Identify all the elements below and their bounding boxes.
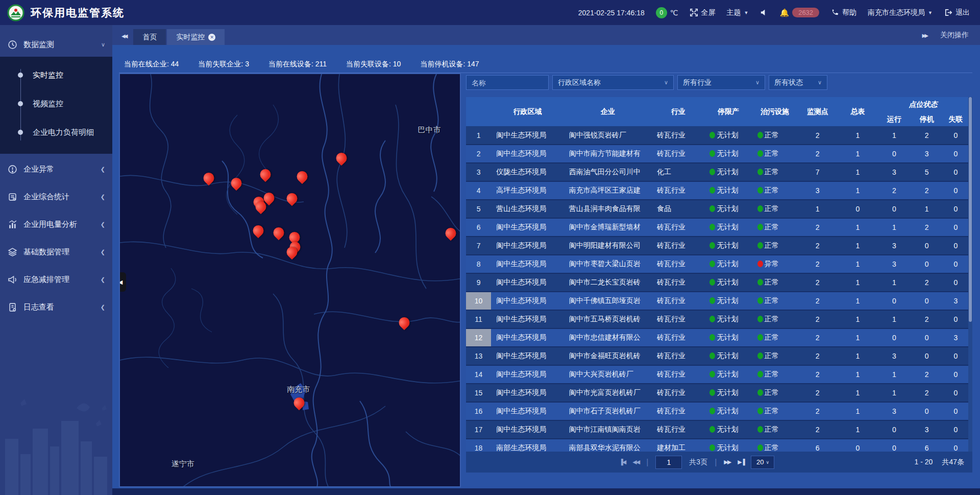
table-row-9[interactable]: 9阆中生态环境局阆中市二龙长宝页岩砖砖瓦行业无计划正常21120 — [466, 273, 968, 292]
status-dot-icon — [757, 316, 763, 322]
megaphone-icon — [7, 274, 17, 285]
divider: | — [646, 458, 648, 467]
stats-icon — [7, 192, 17, 202]
table-row-12[interactable]: 12阆中生态环境局阆中市忠信建材有限公砖瓦行业无计划正常21003 — [466, 328, 968, 347]
table-row-13[interactable]: 13阆中生态环境局阆中市金福旺页岩机砖砖瓦行业无计划正常21300 — [466, 347, 968, 365]
table-row-17[interactable]: 17阆中生态环境局阆中市江南镇阆南页岩砖瓦行业无计划正常21030 — [466, 420, 968, 439]
timeline-dot-icon — [18, 101, 23, 106]
stat-当前失联设备: 当前失联设备: 10 — [346, 60, 401, 69]
col-行政区域: 行政区域 — [491, 97, 564, 126]
region-filter-select[interactable]: 行政区域名称∨ — [552, 75, 674, 90]
status-dot-icon — [757, 187, 763, 194]
status-dot-icon — [709, 444, 715, 451]
status-dot-icon — [709, 408, 715, 414]
table-row-15[interactable]: 15阆中生态环境局阆中市光富页岩机砖厂砖瓦行业无计划正常21120 — [466, 384, 968, 402]
first-page-button[interactable]: ▐◀ — [619, 459, 625, 465]
table-row-7[interactable]: 7阆中生态环境局阆中明阳建材有限公司砖瓦行业无计划正常21300 — [466, 237, 968, 255]
chevron-left-icon: ❮ — [101, 194, 105, 200]
org-dropdown[interactable]: 南充市生态环境局▼ — [868, 8, 933, 17]
sidebar-item-日志查看[interactable]: 日志查看❮ — [0, 295, 112, 319]
tab-close-icon[interactable]: ✕ — [208, 34, 215, 41]
status-dot-icon — [757, 261, 763, 267]
logout-button[interactable]: 退出 — [944, 8, 970, 17]
sidebar-item-企业综合统计[interactable]: 企业综合统计❮ — [0, 184, 112, 209]
notifications[interactable]: 🔔 2632 — [779, 8, 819, 17]
name-search-input[interactable] — [466, 75, 549, 90]
status-dot-icon — [709, 426, 715, 433]
theme-dropdown[interactable]: 主题▼ — [727, 8, 749, 17]
col-停限产: 停限产 — [704, 97, 752, 126]
tabs-scroll-left-button[interactable]: ◀◀ — [112, 33, 133, 45]
table-row-14[interactable]: 14阆中生态环境局阆中大兴页岩机砖厂砖瓦行业无计划正常21120 — [466, 365, 968, 384]
sidebar-subitem-实时监控[interactable]: 实时监控 — [0, 61, 112, 89]
pagination-summary: 1 - 20 共47条 — [915, 458, 972, 467]
clock-icon — [7, 39, 17, 50]
sidebar-item-基础数据管理[interactable]: 基础数据管理❮ — [0, 240, 112, 264]
stat-当前失联企业: 当前失联企业: 3 — [198, 60, 249, 69]
chevron-down-icon: ▼ — [744, 10, 749, 15]
next-page-button[interactable]: ▶▶ — [724, 459, 730, 465]
industry-filter-select[interactable]: 所有行业∨ — [677, 75, 765, 90]
prev-page-button[interactable]: ◀◀ — [632, 459, 639, 465]
bell-icon: 🔔 — [779, 8, 789, 17]
map-roads-layer — [120, 74, 461, 487]
table-row-11[interactable]: 11阆中生态环境局阆中市五马桥页岩机砖砖瓦行业无计划正常21120 — [466, 310, 968, 328]
phone-icon — [830, 8, 839, 17]
layers-icon — [7, 247, 17, 257]
status-filter-select[interactable]: 所有状态∨ — [769, 75, 827, 90]
chevron-down-icon: ▼ — [928, 10, 933, 15]
status-dot-icon — [757, 297, 763, 304]
table-row-3[interactable]: 3仪陇生态环境局西南油气田分公司川中化工无计划正常71350 — [466, 163, 968, 181]
sidebar-subitem-视频监控[interactable]: 视频监控 — [0, 89, 112, 118]
sidebar-item-企业异常[interactable]: 企业异常❮ — [0, 157, 112, 181]
table-row-18[interactable]: 18南部生态环境局南部县双华水泥有限公建材加工无计划正常60060 — [466, 439, 968, 452]
col-运行: 运行 — [878, 112, 911, 126]
tab-实时监控[interactable]: 实时监控✕ — [167, 29, 225, 45]
map-panel[interactable]: 巴中市南充市遂宁市 ◀ — [119, 73, 461, 487]
log-icon — [7, 302, 17, 312]
table-row-1[interactable]: 1阆中生态环境局阆中强锐页岩砖厂砖瓦行业无计划正常21120 — [466, 126, 968, 145]
datetime-text: 2021-02-25 17:46:18 — [578, 9, 645, 17]
help-button[interactable]: 帮助 — [830, 8, 856, 17]
sound-button[interactable] — [760, 8, 768, 17]
status-dot-icon — [709, 279, 715, 286]
tabs-scroll-right-button[interactable]: ▶▶ — [922, 33, 927, 38]
tab-首页[interactable]: 首页 — [133, 29, 166, 45]
temperature-indicator: 0 ℃ — [656, 7, 678, 18]
app-logo-icon — [7, 4, 24, 21]
close-operations-button[interactable]: 关闭操作 — [940, 31, 969, 40]
col-停机: 停机 — [911, 112, 943, 126]
status-dot-icon — [757, 408, 763, 414]
timeline-dot-icon — [18, 73, 23, 78]
page-number-input[interactable] — [655, 456, 682, 469]
status-dot-icon — [757, 352, 763, 359]
status-dot-icon — [757, 444, 763, 451]
stats-bar: 当前在线企业: 44当前失联企业: 3当前在线设备: 211当前失联设备: 10… — [119, 56, 972, 73]
sidebar-item-应急减排管理[interactable]: 应急减排管理❮ — [0, 267, 112, 292]
page-size-select[interactable]: 20∨ — [751, 456, 774, 469]
sidebar-subitem-企业电力负荷明细[interactable]: 企业电力负荷明细 — [0, 118, 112, 147]
sidebar-item-数据监测[interactable]: 数据监测∨ — [0, 32, 112, 57]
status-dot-icon — [709, 205, 715, 212]
map-collapse-button[interactable]: ◀ — [119, 272, 126, 292]
pagination-bar: ▐◀ ◀◀ | 共3页 | ▶▶ ▶▐ 20∨ 1 - 20 共47条 — [466, 452, 972, 473]
table-scrollbar[interactable] — [968, 97, 972, 452]
fullscreen-button[interactable]: 全屏 — [690, 8, 716, 17]
main-content: ◀◀ 首页实时监控✕ ▶▶ 关闭操作 当前在线企业: 44当前失联企业: 3当前… — [112, 25, 980, 495]
fullscreen-icon — [690, 8, 698, 17]
table-row-2[interactable]: 2阆中生态环境局阆中市南方节能建材有砖瓦行业无计划正常21030 — [466, 145, 968, 163]
chevron-down-icon: ∨ — [101, 41, 105, 48]
last-page-button[interactable]: ▶▐ — [738, 459, 744, 465]
chevron-down-icon: ∨ — [766, 460, 769, 465]
logout-icon — [944, 8, 952, 17]
table-row-4[interactable]: 4高坪生态环境局南充市高坪区王家店建砖瓦行业无计划正常31220 — [466, 181, 968, 200]
table-row-8[interactable]: 8阆中生态环境局阆中市枣碧大梁山页岩砖瓦行业无计划异常21300 — [466, 255, 968, 273]
chevron-left-icon: ❮ — [101, 304, 105, 311]
sidebar-item-企业用电量分析[interactable]: 企业用电量分析❮ — [0, 212, 112, 237]
table-row-6[interactable]: 6阆中生态环境局阆中市金博瑞新型墙材砖瓦行业无计划正常21120 — [466, 218, 968, 237]
table-row-10[interactable]: 10阆中生态环境局阆中千佛镇五郎垭页岩砖瓦行业无计划正常21003 — [466, 292, 968, 310]
table-row-16[interactable]: 16阆中生态环境局阆中市石子页岩机砖厂砖瓦行业无计划正常21300 — [466, 402, 968, 420]
table-row-5[interactable]: 5营山生态环境局营山县润丰肉食品有限食品无计划正常10010 — [466, 200, 968, 218]
total-count-label: 共47条 — [942, 458, 964, 467]
chevron-left-icon: ❮ — [101, 276, 105, 283]
